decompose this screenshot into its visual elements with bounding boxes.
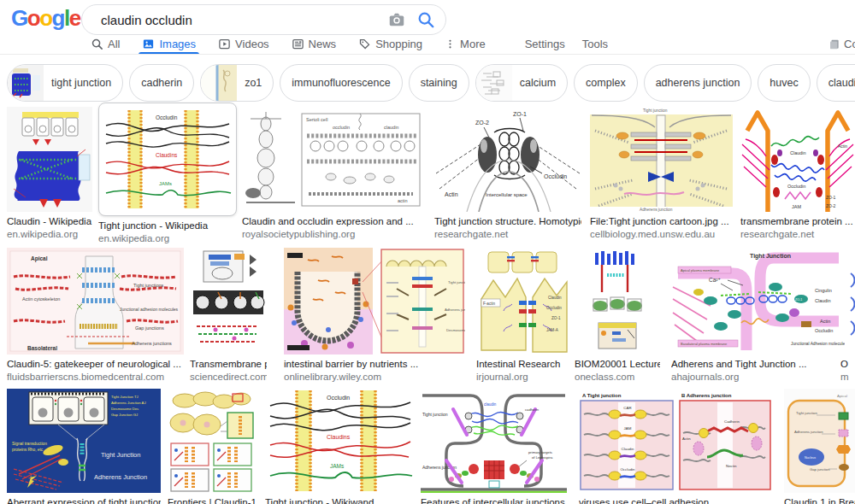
tab-videos[interactable]: Videos xyxy=(218,34,269,54)
result-thumbnail[interactable] xyxy=(168,389,256,493)
tab-images[interactable]: Images xyxy=(142,34,196,54)
result-thumbnail[interactable]: Tight junction Adherens junction Desmoso… xyxy=(284,248,465,355)
chip-thumbnail xyxy=(201,65,237,101)
svg-text:Tight Junction: Tight Junction xyxy=(101,451,140,459)
result-card[interactable]: Tight junction Adherens junction Desmoso… xyxy=(284,248,465,384)
result-title[interactable]: Tight junction - Wikipedia xyxy=(98,220,237,232)
result-card[interactable]: Apical Basolateral Actin cytoskeleton Ti… xyxy=(7,248,184,384)
result-title[interactable]: Claudin and occludin expression and ... xyxy=(242,215,425,228)
chip-adherens-junction[interactable]: adherens junction xyxy=(644,64,752,102)
chip-claudin-2-level-pathway[interactable]: claudin 2 level pathway xyxy=(817,64,855,102)
result-thumbnail[interactable]: Sertoli cell occludin claudin actin xyxy=(242,107,425,212)
result-thumbnail[interactable]: Claudin Occludin JAM ZO-1 ZO-2 Actin xyxy=(740,107,855,212)
result-card[interactable]: Frontiers | Claudin-1, -2 ... xyxy=(168,389,256,504)
result-title[interactable]: Features of intercellular junctions in .… xyxy=(421,496,567,504)
result-title[interactable]: Transmembrane protei... xyxy=(190,358,267,371)
result-thumbnail[interactable]: Apical Basolateral Actin cytoskeleton Ti… xyxy=(7,248,184,355)
search-bar[interactable] xyxy=(81,4,446,35)
tab-shopping[interactable]: Shopping xyxy=(358,34,422,54)
result-title[interactable]: Claudin 1 in Breast Tur xyxy=(784,496,855,504)
chip-complex[interactable]: complex xyxy=(574,64,638,102)
chip-label: huvec xyxy=(770,77,798,89)
search-input[interactable] xyxy=(99,12,387,28)
svg-text:Occludin: Occludin xyxy=(815,328,833,333)
result-title[interactable]: Adherens and Tight Junction ... xyxy=(671,358,845,371)
result-card[interactable]: claudin Tight junction cadherin primary … xyxy=(421,389,567,504)
result-card[interactable]: Apical Nucleus Tight junction Adherens j… xyxy=(784,389,855,504)
result-thumbnail[interactable]: Claudin Occludin ZO-1 JAM-A F-actin xyxy=(476,248,570,355)
result-title[interactable]: BIOM20001 Lecture No... xyxy=(575,358,660,371)
result-card-partial[interactable]: Om xyxy=(849,248,855,384)
news-icon xyxy=(292,38,304,50)
result-thumbnail[interactable]: Tight Junction Ca²⁺ ZO-1 Cingulin Claudi… xyxy=(671,248,845,355)
result-card[interactable]: Tight junction Adherens junction File:Ti… xyxy=(590,107,733,241)
result-card[interactable]: Transmembrane protei...sciencedirect.com xyxy=(190,248,267,384)
result-title[interactable]: intestinal barrier by nutrients ... xyxy=(284,358,465,371)
tab-all[interactable]: All xyxy=(91,34,120,54)
result-thumbnail[interactable] xyxy=(7,107,92,212)
result-thumbnail[interactable] xyxy=(849,248,855,355)
tab-more[interactable]: More xyxy=(445,34,486,54)
chip-staining[interactable]: staining xyxy=(409,64,469,102)
tab-label: More xyxy=(460,38,486,50)
result-title[interactable]: Frontiers | Claudin-1, -2 ... xyxy=(168,496,256,504)
svg-text:Ca²⁺: Ca²⁺ xyxy=(709,277,721,283)
settings-button[interactable]: Settings xyxy=(525,34,565,54)
result-title[interactable]: File:Tight junction cartoon.jpg ... xyxy=(590,215,733,228)
result-title[interactable]: Tight junction - Wikiwand xyxy=(265,496,414,504)
chip-immunofluorescence[interactable]: immunofluorescence xyxy=(280,64,402,102)
svg-text:Apical plasma membrane: Apical plasma membrane xyxy=(681,268,720,273)
result-card-selected[interactable]: Occludin Claudins JAMs Tight junction - … xyxy=(98,103,237,245)
result-source: sciencedirect.com xyxy=(190,371,267,384)
result-thumbnail[interactable]: ZO-1 ZO-2 Occludin Actin Intercellular s… xyxy=(434,107,581,212)
result-title[interactable]: Tight junction structure. Homotypic ... xyxy=(434,215,581,228)
more-icon xyxy=(445,38,456,50)
camera-icon[interactable] xyxy=(387,10,406,29)
result-card[interactable]: ZO-1 ZO-2 Occludin Actin Intercellular s… xyxy=(434,107,581,241)
chip-zo1[interactable]: zo1 xyxy=(200,64,274,102)
result-thumbnail[interactable]: Tight junction Adherens junction xyxy=(590,107,733,212)
chip-cadherin[interactable]: cadherin xyxy=(129,64,194,102)
chip-tight-junction[interactable]: tight junction xyxy=(7,64,123,102)
result-card[interactable]: BIOM20001 Lecture No...oneclass.com xyxy=(575,248,660,384)
result-card[interactable]: Sertoli cell occludin claudin actin Clau… xyxy=(242,107,425,241)
result-thumbnail[interactable]: Tight Junction TJAdherens Junction AJDes… xyxy=(7,389,161,493)
result-thumbnail[interactable]: A Tight junction CARJAMClaudinOccludin xyxy=(579,389,772,493)
result-source: ahajournals.org xyxy=(671,371,845,384)
collections-button[interactable]: Co xyxy=(828,38,855,50)
result-thumbnail[interactable]: claudin Tight junction cadherin primary … xyxy=(421,389,567,493)
svg-text:actin: actin xyxy=(398,198,408,203)
chip-calcium[interactable]: calcium xyxy=(475,64,568,102)
result-card[interactable]: Claudin Occludin ZO-1 JAM-A F-actin Inte… xyxy=(476,248,570,384)
svg-text:ZO-1: ZO-1 xyxy=(513,111,527,117)
search-icon[interactable] xyxy=(416,10,435,29)
result-card[interactable]: Tight Junction Ca²⁺ ZO-1 Cingulin Claudi… xyxy=(671,248,845,384)
google-logo[interactable]: Google xyxy=(11,5,80,32)
chip-label: calcium xyxy=(520,77,556,89)
result-thumbnail[interactable] xyxy=(190,248,267,355)
result-card[interactable]: A Tight junction CARJAMClaudinOccludin xyxy=(579,389,772,504)
result-title[interactable]: Aberrant expression of tight junction ..… xyxy=(7,496,161,504)
result-card[interactable]: Claudin Occludin JAM ZO-1 ZO-2 Actin tra… xyxy=(740,107,855,241)
result-title[interactable]: Claudin - Wikipedia xyxy=(7,215,92,228)
result-thumbnail[interactable] xyxy=(575,248,660,355)
tab-news[interactable]: News xyxy=(292,34,337,54)
chip-label: cadherin xyxy=(141,77,182,89)
svg-text:cadherin: cadherin xyxy=(525,407,540,412)
result-card[interactable]: Claudin - Wikipediaen.wikipedia.org xyxy=(7,107,92,241)
result-card[interactable]: Tight Junction TJAdherens Junction AJDes… xyxy=(7,389,161,504)
result-card[interactable]: Occludin Claudins JAMs Tight junction - … xyxy=(265,389,414,504)
result-title[interactable]: transmembrane protein ... xyxy=(740,215,855,228)
result-title[interactable]: viruses use cell–cell adhesion ... xyxy=(579,496,772,504)
result-title[interactable]: Claudin-5: gatekeeper of neurological ..… xyxy=(7,358,184,371)
result-thumbnail[interactable]: Apical Nucleus Tight junction Adherens j… xyxy=(784,389,855,493)
result-title[interactable]: Intestinal Research xyxy=(476,358,570,371)
svg-text:Gap junctions: Gap junctions xyxy=(135,325,164,331)
chip-huvec[interactable]: huvec xyxy=(758,64,810,102)
svg-text:Actin: Actin xyxy=(445,191,458,197)
result-thumbnail[interactable]: Occludin Claudins JAMs xyxy=(103,107,233,212)
tools-button[interactable]: Tools xyxy=(582,34,608,54)
result-thumbnail[interactable]: Occludin Claudins JAMs xyxy=(265,389,414,493)
result-title[interactable]: O xyxy=(840,358,855,371)
svg-text:Intercellular space: Intercellular space xyxy=(486,192,528,197)
